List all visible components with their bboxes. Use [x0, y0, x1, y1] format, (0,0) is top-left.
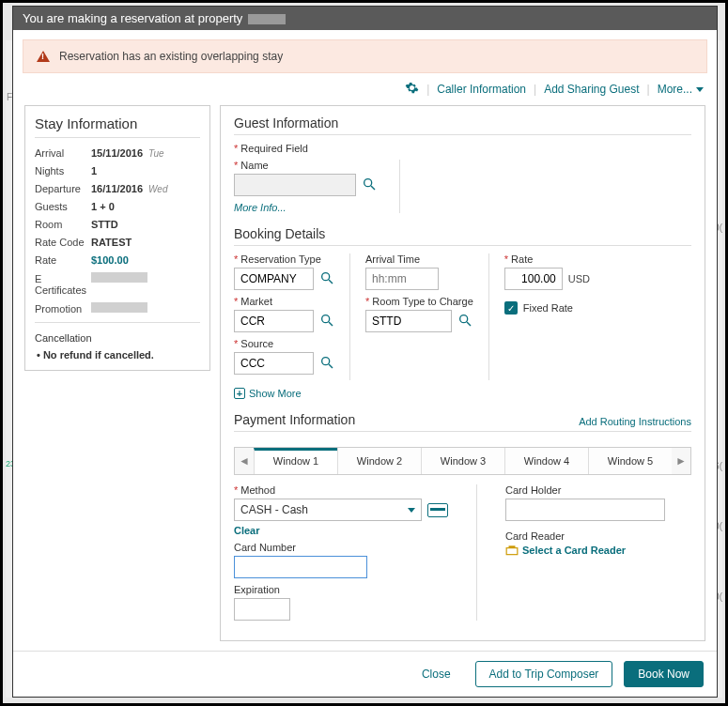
rate-input[interactable] — [504, 268, 563, 290]
source-label: * Source — [234, 338, 334, 349]
search-icon[interactable] — [457, 313, 472, 330]
card-reader-icon — [505, 545, 519, 556]
add-to-trip-composer-button[interactable]: Add to Trip Composer — [475, 661, 613, 687]
more-info-link[interactable]: More Info... — [234, 202, 377, 213]
card-reader-label: Card Reader — [505, 530, 665, 542]
market-label: * Market — [234, 296, 334, 307]
source-input[interactable] — [234, 352, 314, 375]
tab-window-5[interactable]: Window 5 — [588, 448, 672, 474]
nights-label: Nights — [35, 165, 91, 176]
guests-label: Guests — [35, 201, 91, 212]
search-icon[interactable] — [319, 313, 334, 330]
method-label: * Method — [234, 484, 448, 496]
search-icon[interactable] — [319, 355, 334, 373]
more-menu[interactable]: More... — [658, 83, 704, 96]
name-input[interactable] — [234, 174, 356, 196]
rate-field-label: * Rate — [504, 253, 590, 265]
room-type-label: * Room Type to Charge — [365, 296, 473, 307]
svg-point-6 — [322, 357, 330, 364]
search-icon[interactable] — [319, 270, 334, 288]
stay-information-panel: Stay Information Arrival 15/11/2016 Tue … — [24, 105, 210, 371]
card-number-input[interactable] — [234, 556, 367, 578]
plus-icon: + — [234, 388, 245, 399]
payment-window-tabs: ◄ Window 1 Window 2 Window 3 Window 4 Wi… — [234, 447, 691, 475]
tab-window-4[interactable]: Window 4 — [504, 448, 588, 474]
guest-info-title: Guest Information — [234, 115, 691, 130]
book-now-button[interactable]: Book Now — [624, 661, 704, 687]
guests-value: 1 + 0 — [91, 201, 115, 212]
warning-alert: Reservation has an existing overlapping … — [23, 39, 707, 73]
warning-text: Reservation has an existing overlapping … — [59, 50, 283, 63]
reservation-type-label: * Reservation Type — [234, 253, 334, 265]
show-more-link[interactable]: + Show More — [234, 388, 691, 399]
property-name-redacted — [248, 14, 286, 24]
svg-point-8 — [460, 315, 468, 322]
tab-window-2[interactable]: Window 2 — [337, 448, 421, 474]
svg-rect-11 — [509, 545, 516, 547]
gear-icon[interactable] — [405, 81, 419, 98]
svg-line-9 — [467, 322, 471, 326]
caller-information-link[interactable]: Caller Information — [437, 83, 526, 96]
svg-point-2 — [322, 272, 330, 280]
arrival-label: Arrival — [35, 147, 91, 159]
add-routing-link[interactable]: Add Routing Instructions — [579, 416, 691, 427]
warning-icon — [37, 51, 50, 62]
svg-line-1 — [371, 186, 375, 190]
promotion-label: Promotion — [35, 303, 91, 315]
method-select[interactable]: CASH - Cash — [234, 499, 422, 521]
tab-scroll-left[interactable]: ◄ — [235, 448, 254, 474]
room-type-input[interactable] — [365, 310, 452, 332]
modal-title: You are making a reservation at property — [23, 11, 242, 25]
svg-line-3 — [329, 280, 333, 284]
name-label: * Name — [234, 160, 377, 171]
tab-window-1[interactable]: Window 1 — [254, 448, 337, 474]
tab-scroll-right[interactable]: ► — [672, 448, 690, 474]
close-button[interactable]: Close — [409, 662, 464, 686]
clear-link[interactable]: Clear — [234, 525, 448, 536]
rate-code-value: RATEST — [91, 237, 132, 248]
ecert-label: E Certificates — [35, 273, 91, 296]
svg-line-5 — [329, 322, 333, 326]
svg-point-0 — [364, 178, 372, 186]
market-input[interactable] — [234, 310, 314, 332]
room-value: STTD — [91, 219, 118, 230]
booking-details-title: Booking Details — [234, 226, 691, 241]
rate-value: $100.00 — [91, 254, 129, 266]
required-field-note: * Required Field — [234, 143, 691, 154]
select-card-reader-link[interactable]: Select a Card Reader — [505, 545, 665, 556]
cancellation-text: No refund if cancelled. — [48, 349, 200, 361]
fixed-rate-label: Fixed Rate — [523, 302, 573, 314]
tab-window-3[interactable]: Window 3 — [421, 448, 504, 474]
chevron-down-icon — [696, 87, 704, 92]
svg-rect-10 — [506, 548, 518, 555]
promotion-value-redacted — [91, 302, 147, 313]
departure-label: Departure — [35, 183, 91, 194]
room-label: Room — [35, 219, 91, 230]
expiration-input[interactable] — [234, 598, 290, 621]
rate-label: Rate — [35, 254, 91, 266]
ecert-value-redacted — [91, 272, 147, 283]
svg-line-7 — [329, 364, 333, 368]
modal-title-bar: You are making a reservation at property — [13, 7, 717, 30]
fixed-rate-checkbox[interactable]: ✓ — [504, 301, 518, 315]
cancellation-label: Cancellation — [35, 332, 200, 344]
card-holder-label: Card Holder — [505, 484, 665, 496]
arrival-value: 15/11/2016 — [91, 147, 143, 159]
arrival-time-input[interactable] — [365, 268, 439, 290]
rate-currency: USD — [568, 273, 590, 284]
card-holder-input[interactable] — [505, 499, 665, 521]
add-sharing-guest-link[interactable]: Add Sharing Guest — [544, 83, 639, 96]
payment-info-title: Payment Information — [234, 412, 355, 427]
stay-info-title: Stay Information — [35, 115, 200, 131]
name-search-icon[interactable] — [362, 176, 377, 194]
card-icon[interactable] — [427, 503, 448, 517]
reservation-type-input[interactable] — [234, 268, 314, 290]
card-number-label: Card Number — [234, 542, 448, 553]
svg-point-4 — [322, 315, 330, 322]
arrival-day: Tue — [148, 148, 164, 159]
departure-value: 16/11/2016 — [91, 183, 143, 194]
expiration-label: Expiration — [234, 584, 448, 595]
rate-code-label: Rate Code — [35, 237, 91, 248]
nights-value: 1 — [91, 165, 97, 176]
departure-day: Wed — [148, 184, 167, 194]
